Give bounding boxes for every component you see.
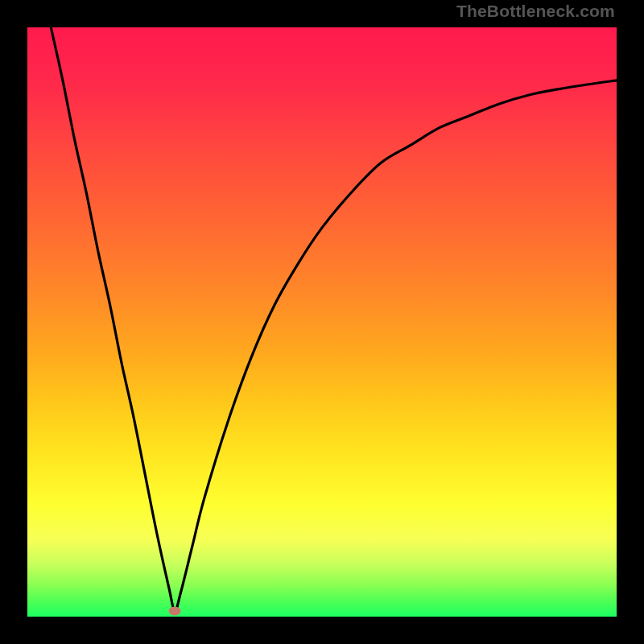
minimum-marker	[169, 606, 181, 615]
bottleneck-curve	[51, 27, 617, 611]
plot-area	[27, 27, 617, 617]
watermark-text: TheBottleneck.com	[456, 2, 615, 21]
curve-svg	[27, 27, 617, 617]
chart-frame: TheBottleneck.com	[0, 0, 644, 644]
